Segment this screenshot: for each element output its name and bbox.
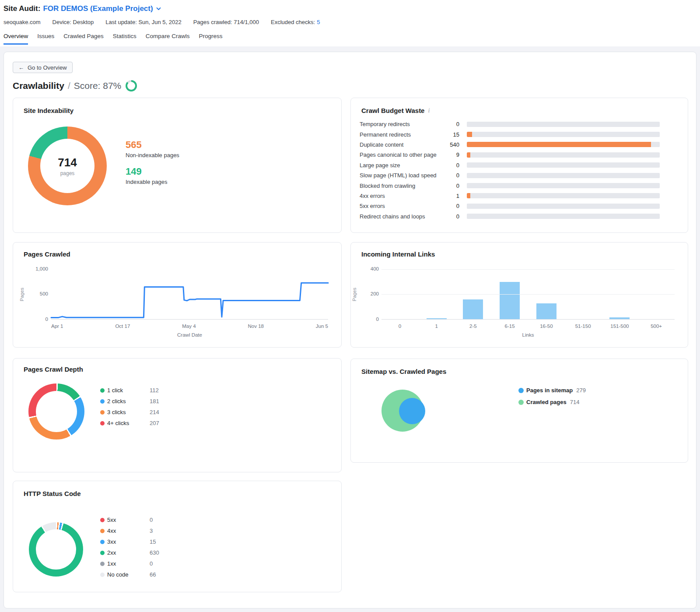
axis-tick-label: 6-15	[491, 324, 528, 329]
crawl-budget-bar-track	[467, 193, 660, 198]
x-axis-label: Links	[382, 332, 675, 338]
card-title: Site Indexability	[24, 107, 74, 114]
legend-dot-icon	[518, 400, 524, 405]
axis-tick-label: 2-5	[455, 324, 492, 329]
crawl-budget-bar-track	[467, 204, 660, 209]
legend-value: 714	[570, 399, 580, 405]
crawl-budget-value: 0	[445, 183, 459, 189]
legend-item: Pages in sitemap279	[518, 384, 586, 396]
page-title-row: Crawlability / Score: 87%	[13, 80, 137, 91]
sitemap-vs-crawled-card: Sitemap vs. Crawled Pages Pages in sitem…	[350, 359, 688, 463]
card-title: Pages Crawled	[24, 250, 70, 258]
axis-tick-label: 151-500	[602, 324, 638, 329]
legend-label: 3 clicks	[107, 409, 150, 415]
legend-value: 3	[150, 528, 153, 534]
legend-dot-icon	[100, 518, 105, 522]
legend-value: 112	[150, 387, 159, 394]
tab-progress[interactable]: Progress	[199, 33, 222, 45]
x-axis-ticks: Apr 1Oct 17May 4Nov 18Jun 5	[51, 324, 328, 329]
axis-tick-label: 200	[371, 291, 379, 296]
total-pages-unit: pages	[60, 170, 75, 176]
tab-issues[interactable]: Issues	[37, 33, 54, 45]
go-to-overview-button[interactable]: ← Go to Overview	[13, 62, 73, 73]
x-axis-ticks: 012-56-1516-5051-150151-500500+	[382, 324, 675, 329]
crawl-depth-donut-chart	[28, 383, 84, 440]
legend-item: Crawled pages714	[518, 396, 586, 408]
legend-label: No code	[107, 571, 150, 578]
legend-value: 181	[150, 398, 159, 404]
legend-item: 2 clicks181	[100, 396, 159, 407]
legend-dot-icon	[100, 388, 105, 393]
crawl-budget-label: Slow page (HTML) load speed	[360, 172, 445, 179]
crawl-budget-value: 15	[445, 131, 459, 138]
crawl-budget-value: 1	[445, 193, 459, 199]
y-axis-label: Pages	[19, 269, 24, 320]
legend-item: 2xx630	[100, 547, 159, 558]
axis-tick-label: Nov 18	[248, 324, 263, 329]
card-title-text: Crawl Budget Waste	[361, 107, 424, 114]
legend-label: Pages in sitemap	[526, 387, 573, 394]
meta-item: Device: Desktop	[52, 19, 94, 25]
bar-6-15	[500, 282, 520, 319]
tab-bar: OverviewIssuesCrawled PagesStatisticsCom…	[4, 33, 700, 45]
axis-tick-label: Apr 1	[51, 324, 63, 329]
tab-compare-crawls[interactable]: Compare Crawls	[146, 33, 190, 45]
legend-value: 0	[150, 560, 153, 567]
app-header: Site Audit: FOR DEMOS (Example Project) …	[0, 0, 700, 46]
project-selector-link[interactable]: FOR DEMOS (Example Project)	[43, 4, 153, 13]
non-indexable-value: 565	[126, 139, 179, 151]
site-audit-label: Site Audit:	[4, 4, 40, 13]
page-title: Crawlability	[13, 81, 64, 91]
chevron-down-icon[interactable]	[156, 7, 161, 11]
legend-dot-icon	[100, 529, 105, 533]
axis-tick-label: 400	[371, 266, 379, 271]
crawl-budget-row: Duplicate content540	[360, 140, 660, 150]
legend-label: 3xx	[107, 538, 150, 545]
card-title: Crawl Budget Waste i	[361, 107, 430, 114]
crawl-budget-value: 0	[445, 162, 459, 169]
legend-label: 2xx	[107, 549, 150, 556]
crawl-budget-row: Permanent redirects15	[360, 129, 660, 139]
y-axis-label: Pages	[352, 269, 357, 320]
audit-meta-row: seoquake.comDevice: DesktopLast update: …	[4, 19, 700, 25]
content-panel: ← Go to Overview Crawlability / Score: 8…	[4, 52, 696, 608]
incoming-internal-links-card: Incoming Internal Links Pages 400 200 0 …	[350, 242, 688, 348]
excluded-checks-link[interactable]: 5	[317, 19, 320, 25]
crawl-budget-row: Temporary redirects0	[360, 119, 660, 129]
bar-151-500	[609, 317, 630, 319]
meta-item: seoquake.com	[4, 19, 41, 25]
venn-set-pages-in-sitemap	[399, 398, 425, 424]
legend-item: 5xx0	[100, 514, 159, 525]
tab-crawled-pages[interactable]: Crawled Pages	[63, 33, 104, 45]
total-pages-value: 714	[58, 156, 77, 169]
crawl-budget-bar-fill	[467, 142, 651, 147]
tab-overview[interactable]: Overview	[4, 33, 28, 45]
axis-tick-label: 0	[382, 324, 418, 329]
legend-dot-icon	[100, 410, 105, 415]
crawl-budget-label: Permanent redirects	[360, 131, 445, 138]
crawl-budget-label: Duplicate content	[360, 141, 445, 148]
crawl-budget-bar-track	[467, 173, 660, 178]
tab-statistics[interactable]: Statistics	[113, 33, 136, 45]
crawl-budget-value: 0	[445, 121, 459, 127]
crawl-budget-label: Temporary redirects	[360, 121, 445, 127]
info-icon[interactable]: i	[428, 107, 430, 114]
indexability-stats: 565 Non-indexable pages 149 Indexable pa…	[126, 139, 179, 193]
indexable-value: 149	[126, 166, 179, 177]
legend-label: 1 click	[107, 387, 150, 394]
legend-label: 1xx	[107, 560, 150, 567]
crawl-depth-legend: 1 click1122 clicks1813 clicks2144+ click…	[100, 385, 159, 429]
legend-item: 1 click112	[100, 385, 159, 396]
legend-dot-icon	[100, 421, 105, 426]
venn-diagram	[351, 359, 688, 462]
crawl-budget-value: 0	[445, 172, 459, 179]
incoming-links-bar-chart	[382, 269, 675, 320]
legend-label: 4+ clicks	[107, 420, 150, 426]
bar-1	[427, 318, 447, 319]
legend-value: 66	[150, 571, 156, 578]
sitemap-legend: Pages in sitemap279Crawled pages714	[518, 384, 586, 408]
page-header-title: Site Audit: FOR DEMOS (Example Project)	[4, 0, 700, 13]
crawl-budget-bar-track	[467, 142, 660, 147]
crawl-budget-label: Large page size	[360, 162, 445, 169]
donut-center-text: 714 pages	[28, 127, 107, 205]
